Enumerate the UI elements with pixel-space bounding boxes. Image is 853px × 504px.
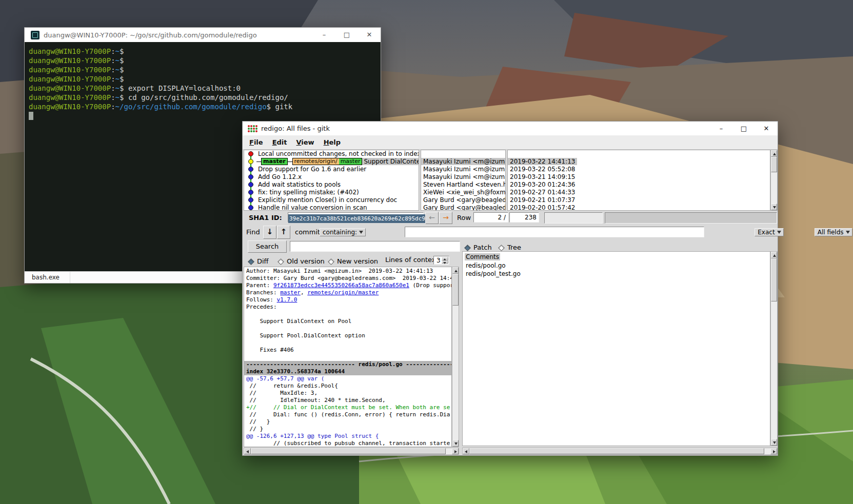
terminal-maximize-button[interactable]: □ [335,28,358,42]
scroll-up-button[interactable] [771,252,777,258]
commit-subject: Add Go 1.12.x [256,173,303,180]
new-version-radio[interactable]: New version [329,256,384,266]
commit-date-row[interactable]: 2019-03-22 14:41:13 [508,158,770,166]
detail-line: Precedes: [246,304,451,311]
commit-subject: Local uncommitted changes, not checked i… [256,150,419,157]
status-entry[interactable] [544,212,603,224]
terminal-close-button[interactable]: ✕ [358,28,381,42]
commit-row[interactable]: fix: tiny spelling mistake; (#402) [244,188,419,196]
find-match-dropdown[interactable]: Exact [755,228,783,236]
search-input[interactable] [290,241,460,252]
menu-view[interactable]: View [292,137,319,148]
commit-date-row[interactable]: 2019-03-20 01:24:36 [508,181,770,189]
commit-subject-pane[interactable]: Local uncommitted changes, not checked i… [244,150,419,211]
scroll-up-button[interactable] [452,267,459,274]
detail-scrollbar[interactable] [452,267,459,447]
file-list-item[interactable]: redis/pool_test.go [465,270,770,278]
commit-date-row[interactable]: 2019-02-27 01:44:33 [508,188,770,196]
file-list-item[interactable]: redis/pool.go [465,261,770,270]
scroll-right-button[interactable] [770,448,777,454]
commit-row[interactable]: Add Go 1.12.x [244,173,419,181]
old-version-radio[interactable]: Old version [279,256,331,266]
menu-file[interactable]: File [245,137,268,148]
scrollbar-thumb[interactable] [469,448,764,454]
next-commit-button[interactable]: → [439,212,452,224]
commit-author-row[interactable]: Gary Burd <gary@beagledre [421,196,505,204]
graph-connector-line [256,162,261,162]
lines-of-context-spinner[interactable]: 3 [433,256,449,265]
commit-date-row[interactable]: 2019-03-22 05:52:08 [508,166,770,173]
scrollbar-thumb[interactable] [452,274,459,306]
scroll-up-button[interactable] [771,150,777,157]
find-next-button[interactable]: ↓ [263,226,276,239]
find-query-input[interactable] [405,227,704,237]
terminal-minimize-button[interactable]: – [313,28,335,42]
commit-row[interactable]: Handle nil value conversion in scan [244,204,419,211]
commit-date-row[interactable]: 2019-03-21 14:09:15 [508,173,770,181]
commit-row[interactable]: Local uncommitted changes, not checked i… [244,150,419,158]
commit-author-row[interactable]: Steven Hartland <steven.ha [421,181,505,189]
spinner-down-button[interactable] [442,260,448,264]
row-current-entry[interactable]: 2 / [473,212,508,223]
prompt-path: ~ [115,84,120,92]
old-version-diamond [277,258,284,265]
diff-radio[interactable]: Diff [249,256,275,266]
find-prev-button[interactable]: ↑ [277,226,290,239]
commit-detail-pane[interactable]: Author: Masayuki Izumi <m@izum.in> 2019-… [244,267,452,447]
terminal-tab-bash[interactable]: bash.exe [25,272,70,283]
commit-link[interactable]: v1.7.0 [277,296,297,303]
scroll-right-button[interactable] [452,448,459,454]
find-fields-dropdown[interactable]: All fields [815,228,852,236]
commit-row[interactable]: masterremotes/origin/masterSupport DialC… [244,158,419,166]
terminal-titlebar[interactable]: duangw@WIN10-Y7000P: ~/go/src/github.com… [25,28,381,42]
file-list-item[interactable]: Comments [465,253,770,261]
commit-author-row[interactable]: Masayuki Izumi <m@izum.in [421,173,505,181]
commit-date-pane[interactable]: 2019-03-22 14:41:132019-03-22 05:52:0820… [507,150,770,211]
commit-author-pane[interactable]: Masayuki Izumi <m@izum.inMasayuki Izumi … [421,150,506,211]
commit-date-row[interactable]: 2019-02-20 01:57:42 [508,204,770,211]
scroll-down-button[interactable] [771,439,777,446]
scroll-down-button[interactable] [452,440,459,447]
scrollbar-thumb[interactable] [771,258,777,301]
gitk-close-button[interactable]: ✕ [755,122,778,135]
detail-hscrollbar[interactable] [244,448,459,455]
tree-radio[interactable]: Tree [499,242,527,252]
commit-date-row[interactable] [508,150,770,158]
scroll-left-button[interactable] [244,448,251,454]
find-label: Find [246,228,260,236]
menu-edit[interactable]: Edit [268,137,292,148]
commit-row[interactable]: Drop support for Go 1.6 and earlier [244,166,419,173]
file-list-panel[interactable]: Commentsredis/pool.goredis/pool_test.go [462,251,770,446]
gitk-minimize-button[interactable]: – [710,122,732,135]
commit-row[interactable]: Explicitly mention Close() in concurrenc… [244,196,419,204]
commit-link[interactable]: 9f261873edcc3e4455350266a58ac7a860a650e1 [273,282,409,289]
commit-author-row[interactable]: Masayuki Izumi <m@izum.in [421,158,505,166]
commit-row[interactable]: Add wait statistics to pools [244,181,419,189]
gitk-maximize-button[interactable]: □ [732,122,755,135]
commit-graph-section: Local uncommitted changes, not checked i… [243,150,778,211]
scrollbar-thumb[interactable] [771,157,777,172]
patch-radio[interactable]: Patch [465,242,498,252]
gitk-titlebar[interactable]: redigo: All files - gitk – □ ✕ [243,122,778,135]
file-list-hscrollbar[interactable] [462,448,778,455]
scrollbar-thumb[interactable] [251,448,446,454]
row-total-entry[interactable]: 238 [509,212,539,223]
commit-link[interactable]: master [280,289,301,296]
commit-link[interactable]: remotes/origin/master [307,289,379,296]
file-list-scrollbar[interactable] [770,251,778,446]
commit-author-row[interactable]: Gary Burd <gary@beagledre [421,204,505,211]
search-button[interactable]: Search [248,240,287,253]
commit-author-row[interactable] [421,150,505,158]
scroll-down-button[interactable] [771,204,777,210]
find-type-dropdown[interactable]: containing: [320,228,366,236]
scroll-left-button[interactable] [463,448,469,454]
commit-author-row[interactable]: Masayuki Izumi <m@izum.in [421,166,505,173]
commit-author-row[interactable]: XieWei <xie_wei_sh@foxmai [421,188,505,196]
prompt-separator: : [111,93,115,102]
prev-commit-button[interactable]: ← [425,212,439,224]
sha1-entry[interactable]: 39e2c31b7ca38b521ceb836620a269e62c895dc9 [288,212,424,223]
tree-radio-diamond [498,245,505,251]
commit-date-row[interactable]: 2019-02-21 01:07:37 [508,196,770,204]
menu-help[interactable]: Help [319,137,345,148]
commit-list-scrollbar[interactable] [770,150,778,211]
